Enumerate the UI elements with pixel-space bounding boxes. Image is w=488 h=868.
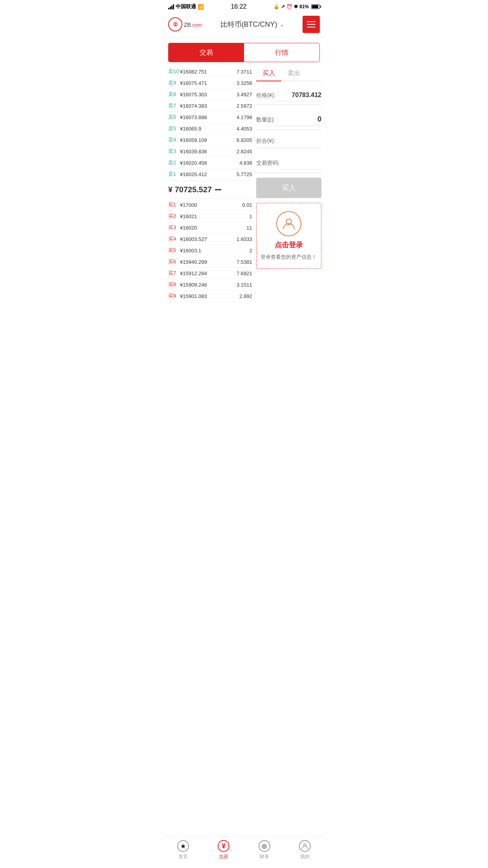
tab-sell[interactable]: 卖出 [281,66,306,81]
order-row: 买5 ¥16003.1 2 [168,245,252,256]
lock-icon: 🔒 [273,4,279,9]
buy-price: ¥15909.248 [180,282,231,288]
order-row: 卖6 ¥16073.888 4.1798 [168,112,252,123]
buy-qty: 0.01 [231,202,252,208]
sell-label: 卖6 [168,114,180,121]
status-bar: 中国联通 📶 16:22 🔒 ↗ ⏰ ✱ 81% [163,0,325,12]
sell-label: 卖2 [168,159,180,166]
tab-trade[interactable]: 交易 [169,43,244,62]
battery-pct: 81% [299,4,309,9]
buy-qty: 3.1511 [231,282,252,288]
buy-qty: 2 [231,248,252,254]
sell-qty: 3.4927 [231,92,252,97]
order-row: 买6 ¥15940.299 7.5381 [168,256,252,268]
password-input[interactable] [280,156,321,169]
password-field-row: 交易密码: [256,153,321,173]
sell-label: 卖4 [168,136,180,143]
order-book: 卖10 ¥16082.751 7.3711 卖9 ¥16075.471 3.32… [163,66,252,302]
price-label: 价格(¥): [256,92,275,99]
price-field-row: 价格(¥): [256,86,321,105]
buy-qty: 2.892 [231,293,252,299]
status-time: 16:22 [231,3,246,10]
sell-label: 卖8 [168,91,180,98]
order-row: 买1 ¥17000 0.01 [168,199,252,211]
order-row: 买9 ¥15901.083 2.892 [168,291,252,302]
login-prompt[interactable]: 点击登录 登录查看您的资产信息！ [256,203,321,269]
menu-button[interactable] [303,16,320,33]
current-price: ¥ 70725.527 [168,181,252,199]
sell-qty: 3.3256 [231,80,252,86]
order-row: 卖2 ¥16020.458 4.838 [168,157,252,169]
bluetooth-icon: ✱ [294,4,298,9]
buy-price: ¥15901.083 [180,293,231,299]
sell-price: ¥16065.9 [180,126,231,132]
order-row: 卖3 ¥16039.836 2.8245 [168,146,252,157]
tab-buy[interactable]: 买入 [256,66,281,81]
signal-bars [168,4,174,9]
logo: ② ZB.com [168,17,202,31]
sell-label: 卖5 [168,125,180,132]
status-left: 中国联通 📶 [168,3,204,10]
buy-label: 买7 [168,270,180,277]
sell-price: ¥16020.458 [180,160,231,166]
price-input[interactable] [275,89,321,101]
order-row: 买2 ¥16021 1 [168,211,252,222]
sell-price: ¥16059.109 [180,137,231,143]
buy-qty: 1.6033 [231,236,252,242]
order-row: 卖4 ¥16059.109 6.8205 [168,134,252,146]
buy-label: 买2 [168,213,180,220]
buy-price: ¥15940.299 [180,259,231,265]
buy-price: ¥16003.527 [180,236,231,242]
buy-label: 买1 [168,201,180,208]
login-text[interactable]: 点击登录 [275,240,303,250]
sell-price: ¥16074.383 [180,103,231,109]
buy-price: ¥17000 [180,202,231,208]
sell-qty: 5.7725 [231,171,252,177]
header-title[interactable]: 比特币(BTC/CNY) ⌄ [220,20,284,29]
buy-price: ¥16020 [180,225,231,231]
order-row: 卖9 ¥16075.471 3.3256 [168,77,252,89]
user-avatar-icon [276,211,301,236]
sell-label: 卖1 [168,171,180,178]
order-row: 买7 ¥15912.284 7.6921 [168,268,252,279]
buy-qty: 1 [231,213,252,219]
buy-label: 买9 [168,292,180,300]
password-label: 交易密码: [256,160,280,167]
main-tab-bar: 交易 行情 [168,43,320,62]
order-row: 买4 ¥16003.527 1.6033 [168,234,252,245]
order-row: 买3 ¥16020 11 [168,222,252,234]
sell-price: ¥16020.412 [180,171,231,177]
sell-qty: 4.1798 [231,114,252,120]
wifi-icon: 📶 [198,4,204,10]
qty-input[interactable] [275,113,321,126]
sell-qty: 4.4053 [231,126,252,132]
qty-field-row: 数量(₿): [256,110,321,130]
buy-price: ¥15912.284 [180,270,231,276]
logo-symbol: ② [173,21,178,28]
order-row: 卖7 ¥16074.383 2.5972 [168,100,252,112]
sell-orders: 卖10 ¥16082.751 7.3711 卖9 ¥16075.471 3.32… [168,66,252,180]
current-price-value: ¥ 70725.527 [168,185,212,194]
tab-market[interactable]: 行情 [244,43,319,62]
location-icon: ↗ [281,4,285,9]
order-row: 卖1 ¥16020.412 5.7725 [168,169,252,180]
carrier-label: 中国联通 [176,3,196,10]
status-right: 🔒 ↗ ⏰ ✱ 81% [273,4,320,9]
logo-text: ZB.com [184,20,202,29]
sell-qty: 2.8245 [231,149,252,154]
buy-label: 买6 [168,258,180,265]
sell-label: 卖9 [168,79,180,86]
chevron-down-icon: ⌄ [280,21,284,28]
pair-label: 比特币(BTC/CNY) [220,20,277,29]
buy-qty: 7.5381 [231,259,252,265]
battery-icon [311,4,320,9]
sell-qty: 4.838 [231,160,252,166]
buy-sell-tabs: 买入 卖出 [256,66,321,81]
buy-button[interactable]: 买入 [256,178,321,198]
sell-label: 卖10 [168,68,180,75]
buy-orders: 买1 ¥17000 0.01 买2 ¥16021 1 买3 ¥16020 11 … [168,199,252,302]
price-direction-icon [215,189,221,190]
sell-label: 卖3 [168,148,180,155]
sell-price: ¥16039.836 [180,149,231,154]
sell-label: 卖7 [168,102,180,109]
